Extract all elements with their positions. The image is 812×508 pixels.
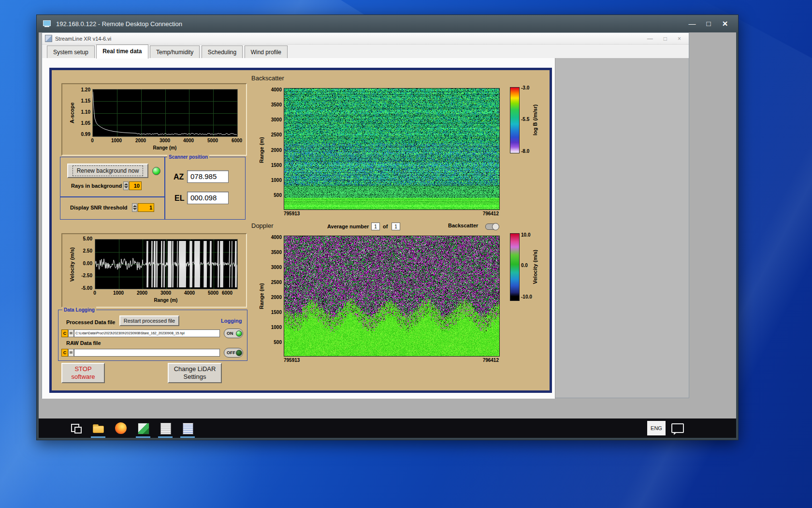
background-group: Renew background now Rays in background … xyxy=(60,157,165,197)
raw-path-field[interactable] xyxy=(74,349,220,357)
notes-app-icon[interactable] xyxy=(181,421,194,435)
backscatter-heatmap xyxy=(284,88,500,210)
tab-scheduling[interactable]: Scheduling xyxy=(202,45,243,59)
backscatter-colorbar xyxy=(510,87,520,153)
toggle-led-icon xyxy=(236,350,242,356)
velocity-xlabel: Range (m) xyxy=(146,298,185,303)
scan-scheduler-icon[interactable] xyxy=(159,421,172,435)
snr-value[interactable]: 1 xyxy=(138,203,154,212)
axis-tick: 6000 xyxy=(227,138,246,143)
axis-tick: 1.20 xyxy=(74,87,90,92)
axis-tick: 0 xyxy=(83,138,102,143)
tab-temp-humidity[interactable]: Temp/humidity xyxy=(150,45,200,59)
axis-tick: 4000 xyxy=(264,87,282,92)
backscatter-toggle-label: Backscatter xyxy=(448,223,478,228)
app-minimize-button[interactable]: — xyxy=(647,33,653,44)
axis-tick: 6000 xyxy=(218,290,237,296)
remote-desktop-icon xyxy=(43,20,51,28)
restart-processed-file-button[interactable]: Restart processed file xyxy=(119,315,179,326)
axis-tick: 5.00 xyxy=(73,236,92,241)
backscatter-toggle[interactable] xyxy=(485,224,499,230)
tab-real-time-data[interactable]: Real time data xyxy=(96,45,148,59)
task-view-icon[interactable] xyxy=(69,421,83,435)
backscatter-ylabel: Range (m) xyxy=(259,128,264,172)
rdp-close-button[interactable]: × xyxy=(718,18,732,30)
axis-tick: 3000 xyxy=(264,265,282,270)
axis-tick: 2500 xyxy=(264,280,282,285)
language-button[interactable]: ENG xyxy=(647,421,666,435)
firefox-icon[interactable] xyxy=(114,421,128,435)
doppler-canvas xyxy=(284,236,499,356)
rdp-window: 192.168.0.122 - Remote Desktop Connectio… xyxy=(36,15,739,440)
az-field[interactable]: 078.985 xyxy=(187,170,229,183)
axis-tick: 1.10 xyxy=(74,109,90,115)
average-number-total[interactable]: 1 xyxy=(392,223,400,230)
el-label: EL xyxy=(174,194,184,203)
tab-system-setup[interactable]: System setup xyxy=(47,45,95,59)
rdp-titlebar[interactable]: 192.168.0.122 - Remote Desktop Connectio… xyxy=(37,15,738,32)
el-field[interactable]: 000.098 xyxy=(187,192,229,204)
colorbar-tick: 0.0 xyxy=(521,263,528,268)
velocity-plot-group: Velocity (m/s) 5.00 2.50 0.00 -2.50 -5.0… xyxy=(61,233,247,308)
processed-path-field[interactable]: C:\Lidar\Data\Proc\2023\202309\20230908\… xyxy=(74,329,220,337)
axis-tick: 500 xyxy=(264,193,282,198)
processed-browse-icon[interactable] xyxy=(68,329,74,337)
axis-tick: 3500 xyxy=(264,102,282,107)
rays-value[interactable]: 10 xyxy=(129,181,142,190)
rays-spinner[interactable] xyxy=(123,181,129,190)
rdp-maximize-button[interactable]: □ xyxy=(701,18,716,30)
axis-tick: 1500 xyxy=(264,310,282,315)
average-number-label: Average number xyxy=(327,224,369,229)
app-restore-button[interactable]: □ xyxy=(664,33,667,44)
vi-icon xyxy=(45,35,52,42)
axis-tick: 2000 xyxy=(131,138,150,143)
taskbar: ENG xyxy=(39,418,736,438)
raw-data-file-label: RAW Data file xyxy=(66,340,101,346)
renew-background-label: Renew background now xyxy=(72,165,144,176)
az-label: AZ xyxy=(174,173,184,181)
notification-icon[interactable] xyxy=(671,423,684,433)
axis-tick: 3000 xyxy=(156,290,175,296)
colorbar-tick: -5.5 xyxy=(521,117,529,122)
velocity-plot xyxy=(95,239,238,289)
backscatter-time-end: 796412 xyxy=(460,211,499,216)
doppler-ylabel: Range (m) xyxy=(259,274,264,318)
ascope-plot-group: A-scope 1.20 1.15 1.10 1.05 0.99 0 1000 … xyxy=(61,83,247,156)
axis-tick: 2000 xyxy=(132,290,152,296)
renew-background-button[interactable]: Renew background now xyxy=(67,164,148,178)
axis-tick: 2.50 xyxy=(73,248,92,254)
rdp-minimize-button[interactable]: — xyxy=(685,18,699,30)
axis-tick: 0.00 xyxy=(73,261,92,266)
rays-label: Rays in background xyxy=(71,183,122,189)
colorbar-tick: 10.0 xyxy=(521,232,530,238)
restart-processed-file-label: Restart processed file xyxy=(124,318,175,324)
processed-logging-toggle[interactable]: ON xyxy=(224,329,243,338)
axis-tick: 4000 xyxy=(264,235,282,240)
axis-tick: 1500 xyxy=(264,163,282,168)
ascope-canvas xyxy=(93,90,237,136)
taskbar-active-indicator xyxy=(180,436,195,438)
colorbar-tick: -10.0 xyxy=(521,294,532,299)
front-panel: A-scope 1.20 1.15 1.10 1.05 0.99 0 1000 … xyxy=(42,58,555,399)
on-label: ON xyxy=(227,331,233,336)
tab-wind-profile[interactable]: Wind profile xyxy=(245,45,288,59)
streamline-titlebar[interactable]: StreamLine XR v14-6.vi — □ × xyxy=(42,33,689,45)
average-number-value[interactable]: 1 xyxy=(371,223,380,230)
change-lidar-settings-button[interactable]: Change LiDAR Settings xyxy=(168,363,222,383)
stop-software-button[interactable]: STOP software xyxy=(61,363,105,383)
file-explorer-icon[interactable] xyxy=(91,421,105,435)
axis-tick: 1000 xyxy=(264,325,282,330)
doppler-time-start: 795913 xyxy=(284,358,300,363)
snr-spinner[interactable] xyxy=(132,203,137,212)
axis-tick: 2000 xyxy=(264,295,282,300)
processed-drive-box[interactable]: C xyxy=(61,329,68,337)
remote-desktop: StreamLine XR v14-6.vi — □ × System setu… xyxy=(39,32,736,438)
backscatter-canvas xyxy=(284,89,499,209)
raw-logging-toggle[interactable]: OFF xyxy=(224,348,243,358)
app-close-button[interactable]: × xyxy=(678,33,681,44)
raw-browse-icon[interactable] xyxy=(68,349,74,357)
taskbar-active-indicator xyxy=(158,436,173,438)
doppler-title: Doppler xyxy=(251,222,274,229)
raw-drive-box[interactable]: C xyxy=(61,349,68,357)
app-window-icon[interactable] xyxy=(136,421,150,435)
